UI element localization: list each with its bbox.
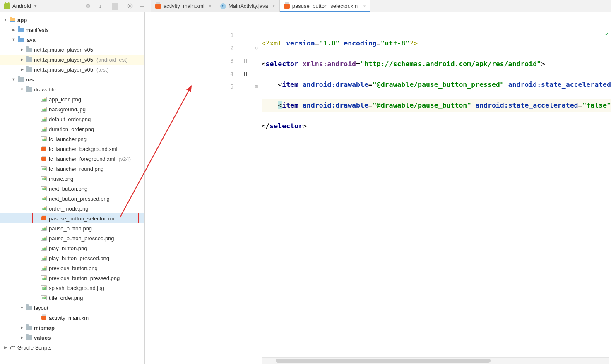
tree-file[interactable]: ▶order_mode.png bbox=[0, 204, 144, 213]
tree-folder-drawable[interactable]: ▼ drawable bbox=[0, 84, 144, 94]
tree-folder-java[interactable]: ▼ java bbox=[0, 35, 144, 45]
tab-main-activity[interactable]: C MainActivity.java × bbox=[216, 0, 280, 12]
tree-file-label: order_mode.png bbox=[49, 206, 88, 212]
project-view-label: Android bbox=[12, 3, 31, 9]
fold-gutter: ⊖ ⊟ bbox=[252, 12, 262, 364]
image-file-icon bbox=[41, 236, 47, 241]
svg-point-1 bbox=[87, 5, 89, 7]
svg-line-14 bbox=[131, 7, 132, 8]
tree-file[interactable]: ▶pause_button_pressed.png bbox=[0, 233, 144, 243]
image-file-icon bbox=[41, 117, 47, 122]
folder-icon bbox=[26, 326, 32, 330]
svg-line-13 bbox=[128, 4, 129, 5]
tab-label: activity_main.xml bbox=[164, 3, 204, 9]
image-file-icon bbox=[41, 275, 47, 280]
tree-file[interactable]: ▶play_button_pressed.png bbox=[0, 253, 144, 263]
tree-file-label: ic_launcher.png bbox=[49, 136, 87, 142]
tree-folder-values[interactable]: ▶ values bbox=[0, 333, 144, 342]
scrollbar-thumb[interactable] bbox=[276, 359, 491, 363]
project-sidebar: ▼ app ▶ manifests ▼ java ▶ net.tzj.music… bbox=[0, 12, 145, 364]
folder-icon bbox=[26, 335, 32, 340]
package-icon bbox=[26, 48, 32, 52]
folder-icon bbox=[18, 77, 24, 82]
folder-icon bbox=[26, 306, 32, 310]
svg-line-16 bbox=[128, 7, 129, 8]
tree-file[interactable]: ▶title_order.png bbox=[0, 293, 144, 303]
tree-file-label: pause_button_pressed.png bbox=[49, 235, 114, 242]
tree-file[interactable]: ▶ic_launcher.png bbox=[0, 134, 144, 144]
tree-file-label: next_button_pressed.png bbox=[49, 196, 110, 202]
tree-file-label: app_icon.png bbox=[49, 96, 81, 103]
image-file-icon bbox=[41, 176, 47, 181]
tab-label: MainActivity.java bbox=[229, 3, 268, 9]
folder-icon bbox=[18, 38, 24, 42]
horizontal-scrollbar[interactable] bbox=[262, 357, 609, 364]
tree-file[interactable]: ▶ic_launcher_round.png bbox=[0, 164, 144, 174]
image-file-icon bbox=[41, 246, 47, 251]
tree-file[interactable]: ▶ activity_main.xml bbox=[0, 313, 144, 323]
tree-file[interactable]: ▶next_button.png bbox=[0, 184, 144, 194]
tree-file-label: duration_order.png bbox=[49, 126, 94, 132]
tree-file-label: play_button.png bbox=[49, 245, 87, 251]
tree-folder-manifests[interactable]: ▶ manifests bbox=[0, 25, 144, 35]
tree-package-androidtest[interactable]: ▶ net.tzj.music_player_v05 (androidTest) bbox=[0, 55, 144, 65]
editor-tabs: activity_main.xml × C MainActivity.java … bbox=[151, 0, 370, 12]
chevron-down-icon: ▼ bbox=[34, 4, 38, 8]
project-view-selector[interactable]: Android ▼ bbox=[0, 0, 83, 12]
tab-pause-selector[interactable]: pasuse_button_selector.xml × bbox=[280, 0, 370, 12]
image-file-icon bbox=[41, 166, 47, 171]
tree-file[interactable]: ▶previous_button_pressed.png bbox=[0, 273, 144, 283]
code-editor[interactable]: 1 2 3 4 5 ⊖ ⊟ <?xml version="1.0" encodi… bbox=[216, 12, 611, 364]
tree-file[interactable]: ▶background.jpg bbox=[0, 104, 144, 114]
image-file-icon bbox=[41, 285, 47, 290]
tree-file[interactable]: ▶play_button.png bbox=[0, 243, 144, 253]
gear-icon[interactable] bbox=[127, 3, 133, 10]
close-icon[interactable]: × bbox=[209, 3, 212, 9]
code-area[interactable]: <?xml version="1.0" encoding="utf-8"?> <… bbox=[262, 12, 611, 364]
pause-icon bbox=[243, 72, 248, 77]
tree-file-label: pause_button.png bbox=[49, 225, 92, 232]
tree-folder-res[interactable]: ▼ res bbox=[0, 74, 144, 84]
tree-file[interactable]: ▶next_button_pressed.png bbox=[0, 194, 144, 204]
tab-activity-main[interactable]: activity_main.xml × bbox=[151, 0, 216, 12]
tree-package-test[interactable]: ▶ net.tzj.music_player_v05 (test) bbox=[0, 65, 144, 74]
target-icon[interactable] bbox=[84, 3, 91, 10]
close-icon[interactable]: × bbox=[272, 3, 275, 9]
line-number-gutter: 1 2 3 4 5 bbox=[216, 12, 239, 364]
image-file-icon bbox=[41, 226, 47, 231]
tree-gradle-scripts[interactable]: ▶ Gradle Scripts bbox=[0, 342, 144, 352]
image-file-icon bbox=[41, 127, 47, 132]
tree-file[interactable]: ▶previous_button.png bbox=[0, 263, 144, 273]
tree-package[interactable]: ▶ net.tzj.music_player_v05 bbox=[0, 45, 144, 55]
tree-file[interactable]: ▶music.png bbox=[0, 174, 144, 184]
image-file-icon bbox=[41, 186, 47, 191]
tree-file-label: background.jpg bbox=[49, 106, 86, 113]
tree-file[interactable]: ▶ic_launcher_background.xml bbox=[0, 144, 144, 154]
tree-file-label: ic_launcher_foreground.xml bbox=[49, 156, 115, 162]
tree-file-label: pasuse_button_selector.xml bbox=[49, 216, 115, 222]
collapse-icon[interactable] bbox=[97, 3, 103, 10]
tree-file-label: previous_button_pressed.png bbox=[49, 275, 120, 281]
tree-file-label: splash_background.jpg bbox=[49, 285, 104, 291]
tree-folder-mipmap[interactable]: ▶ mipmap bbox=[0, 323, 144, 333]
tree-file[interactable]: ▶duration_order.png bbox=[0, 124, 144, 134]
tree-module-app[interactable]: ▼ app bbox=[0, 15, 144, 25]
minimize-icon[interactable] bbox=[139, 3, 146, 10]
tree-folder-layout[interactable]: ▼ layout bbox=[0, 303, 144, 313]
inspection-ok-icon: ✔ bbox=[605, 31, 609, 37]
tree-file[interactable]: ▶splash_background.jpg bbox=[0, 283, 144, 293]
tree-file[interactable]: ▶default_order.png bbox=[0, 114, 144, 124]
project-tree[interactable]: ▼ app ▶ manifests ▼ java ▶ net.tzj.music… bbox=[0, 12, 144, 364]
tree-file[interactable]: ▶pause_button.png bbox=[0, 223, 144, 233]
package-icon bbox=[26, 57, 32, 62]
xml-file-icon bbox=[41, 216, 46, 220]
tree-file-selected[interactable]: ▶pasuse_button_selector.xml bbox=[0, 213, 144, 223]
folder-icon bbox=[26, 87, 32, 92]
tree-file[interactable]: ▶ic_launcher_foreground.xml(v24) bbox=[0, 154, 144, 164]
close-icon[interactable]: × bbox=[363, 3, 366, 9]
tree-file[interactable]: ▶app_icon.png bbox=[0, 94, 144, 104]
image-file-icon bbox=[41, 107, 47, 112]
tree-file-label: next_button.png bbox=[49, 186, 87, 192]
xml-file-icon bbox=[41, 157, 46, 161]
xml-file-icon bbox=[41, 147, 46, 151]
